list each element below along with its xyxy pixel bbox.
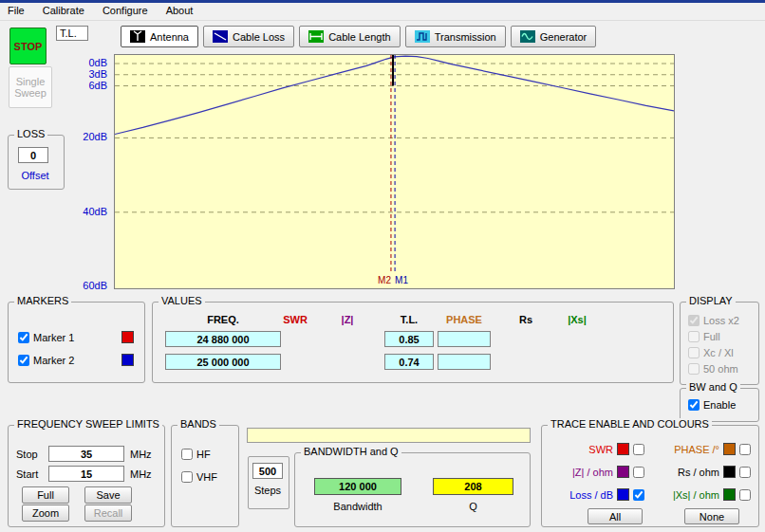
fifty-ohm-checkbox[interactable] — [688, 363, 700, 375]
trace-colours-title: TRACE ENABLE AND COLOURS — [548, 418, 712, 430]
xs-colour-swatch[interactable] — [723, 488, 736, 501]
swr-colour-swatch[interactable] — [617, 443, 629, 455]
loss-offset-label: Offset — [9, 170, 62, 181]
tab-generator[interactable]: Generator — [511, 26, 597, 47]
loss-chart[interactable]: M2M1 — [114, 54, 675, 289]
sweep-full-button[interactable]: Full — [22, 486, 69, 504]
values-header-tl: T.L. — [384, 314, 434, 325]
vhf-label: VHF — [196, 471, 217, 483]
values-header-xs: |Xs| — [556, 314, 598, 325]
values-header-phase: PHASE — [438, 314, 491, 325]
phase-colour-swatch[interactable] — [723, 443, 736, 455]
loss-x2-checkbox[interactable] — [688, 315, 700, 326]
tab-antenna-label: Antenna — [150, 31, 189, 43]
bw-q-group: BW and Q Enable — [680, 388, 759, 422]
full-display-checkbox[interactable] — [688, 331, 700, 342]
bwq-enable-checkbox[interactable] — [688, 399, 700, 411]
tl-field-2[interactable] — [384, 354, 434, 370]
trace-all-button[interactable]: All — [588, 508, 643, 524]
values-group-title: VALUES — [159, 295, 205, 306]
tl-field-1[interactable] — [384, 331, 434, 347]
trace-none-button[interactable]: None — [684, 508, 739, 524]
menu-item-calibrate[interactable]: Calibrate — [35, 3, 92, 18]
marker2-checkbox[interactable] — [18, 355, 29, 366]
values-header-rs: Rs — [509, 314, 543, 325]
tab-transmission[interactable]: Transmission — [405, 26, 506, 47]
phase-field-2[interactable] — [438, 354, 491, 370]
markers-group: MARKERS Marker 1 Marker 2 — [8, 302, 145, 383]
sweep-stop-label: Stop — [16, 449, 38, 460]
markers-group-title: MARKERS — [14, 295, 71, 306]
menu-item-about[interactable]: About — [159, 3, 201, 18]
xc-xl-checkbox[interactable] — [688, 347, 700, 358]
tl-indicator: T.L. — [56, 26, 88, 41]
z-colour-swatch[interactable] — [617, 466, 629, 478]
loss-trace-checkbox[interactable] — [633, 489, 644, 501]
fifty-ohm-label: 50 ohm — [703, 363, 738, 375]
vhf-checkbox[interactable] — [181, 471, 193, 483]
phase-field-1[interactable] — [438, 331, 491, 347]
rs-colour-swatch[interactable] — [723, 466, 736, 478]
marker2-label: Marker 2 — [33, 355, 118, 366]
tab-cable-length-label: Cable Length — [328, 31, 390, 43]
phase-trace-label: PHASE /° — [648, 444, 719, 455]
values-header-swr: SWR — [267, 314, 324, 325]
rs-trace-checkbox[interactable] — [739, 467, 751, 478]
steps-input[interactable] — [252, 463, 283, 479]
menu-item-file[interactable]: File — [0, 3, 32, 18]
hf-checkbox[interactable] — [181, 449, 193, 460]
cable-length-icon — [308, 30, 324, 43]
trace-colours-group: TRACE ENABLE AND COLOURS SWR |Z| / ohm L… — [541, 425, 759, 527]
bwq-enable-label: Enable — [703, 399, 736, 411]
marker1-color-swatch — [121, 331, 134, 343]
y-axis-label: 3dB — [88, 68, 107, 80]
loss-group: LOSS Offset — [8, 135, 65, 190]
freq-field-1[interactable] — [165, 331, 281, 347]
menu-bar: File Calibrate Configure About — [0, 3, 765, 21]
y-axis-label: 40dB — [83, 206, 107, 217]
q-value: 208 — [433, 478, 513, 495]
phase-trace-checkbox[interactable] — [739, 444, 751, 455]
antenna-icon — [130, 30, 145, 43]
sweep-recall-button[interactable]: Recall — [84, 504, 132, 522]
y-axis-label: 20dB — [83, 131, 107, 142]
marker1-checkbox[interactable] — [18, 332, 29, 343]
marker-label: M1 — [395, 275, 408, 285]
swr-trace-checkbox[interactable] — [633, 444, 644, 455]
q-label: Q — [433, 501, 513, 512]
menu-item-configure[interactable]: Configure — [95, 3, 156, 18]
y-axis-label: 0dB — [88, 57, 107, 68]
loss-trace — [115, 56, 674, 134]
bw-q-group-title: BW and Q — [686, 381, 740, 393]
cable-loss-icon — [213, 30, 228, 43]
tab-cable-loss[interactable]: Cable Loss — [203, 26, 294, 47]
stop-button[interactable]: STOP — [9, 28, 47, 64]
display-group: DISPLAY Loss x2 Full Xc / Xl 50 ohm — [680, 302, 759, 385]
z-trace-checkbox[interactable] — [633, 467, 644, 478]
xs-trace-label: |Xs| / ohm — [648, 489, 719, 501]
marker-label: M2 — [378, 275, 391, 285]
marker1-label: Marker 1 — [33, 332, 118, 343]
sweep-start-label: Start — [16, 468, 38, 480]
values-group: VALUES FREQ. SWR |Z| T.L. PHASE Rs |Xs| — [152, 302, 674, 383]
loss-trace-label: Loss / dB — [550, 489, 613, 501]
loss-colour-swatch[interactable] — [617, 488, 629, 501]
loss-x2-label: Loss x2 — [703, 315, 739, 326]
rs-trace-label: Rs / ohm — [648, 467, 719, 478]
sweep-stop-input[interactable] — [48, 446, 124, 462]
xs-trace-checkbox[interactable] — [739, 489, 751, 501]
single-sweep-button[interactable]: Single Sweep — [9, 66, 52, 108]
tab-cable-length[interactable]: Cable Length — [299, 26, 400, 47]
tab-antenna[interactable]: Antenna — [121, 26, 198, 47]
z-trace-label: |Z| / ohm — [550, 467, 613, 478]
y-axis-label: 60dB — [83, 280, 107, 291]
app-window: File Calibrate Configure About STOP T.L.… — [0, 0, 765, 532]
sweep-start-input[interactable] — [48, 466, 124, 482]
sweep-limits-group: FREQUENCY SWEEP LIMITS Stop MHz Start MH… — [8, 425, 165, 527]
sweep-save-button[interactable]: Save — [84, 486, 132, 504]
freq-field-2[interactable] — [165, 354, 281, 370]
mode-tab-bar: Antenna Cable Loss Cable Length Transmis… — [121, 26, 598, 46]
bandwidth-label: Bandwidth — [314, 501, 401, 512]
sweep-zoom-button[interactable]: Zoom — [22, 504, 69, 522]
loss-offset-input[interactable] — [18, 147, 48, 163]
